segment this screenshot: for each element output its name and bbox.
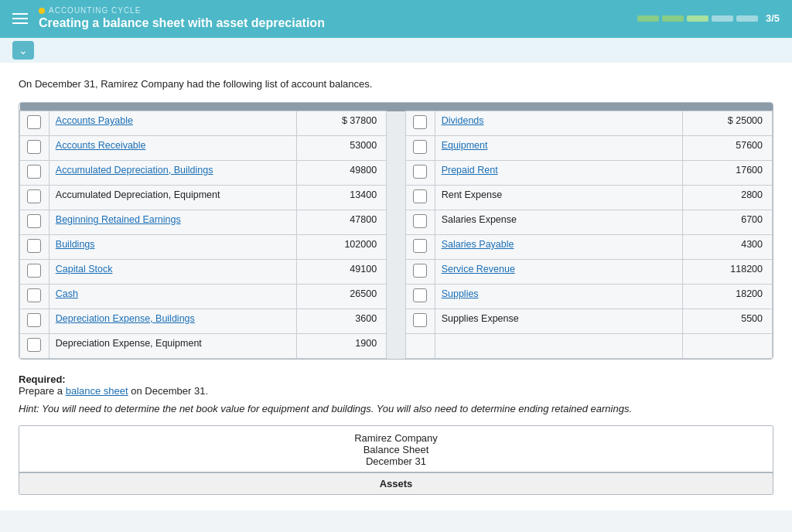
left-account-name[interactable]: Depreciation Expense, Buildings — [49, 309, 296, 334]
right-account-amount — [682, 334, 772, 359]
cycle-label-text: ACCOUNTING CYCLE — [49, 6, 141, 15]
account-link[interactable]: Accounts Receivable — [56, 140, 146, 151]
left-checkbox-cell[interactable] — [20, 309, 50, 334]
right-account-name[interactable]: Salaries Payable — [435, 235, 682, 260]
main-content: On December 31, Ramirez Company had the … — [0, 63, 792, 510]
left-account-amount: 1900 — [296, 334, 386, 359]
header-title-block: ACCOUNTING CYCLE Creating a balance shee… — [39, 6, 325, 30]
right-account-name: Supplies Expense — [435, 309, 682, 334]
progress-seg-2 — [662, 15, 684, 22]
left-checkbox-cell[interactable] — [20, 285, 50, 309]
right-account-name[interactable]: Supplies — [435, 285, 682, 309]
right-account-amount: $ 25000 — [682, 111, 772, 136]
left-account-amount: $ 37800 — [296, 111, 386, 136]
left-account-name[interactable]: Accounts Payable — [49, 111, 296, 136]
progress-seg-4 — [712, 15, 733, 22]
left-account-amount: 13400 — [296, 186, 386, 210]
col-separator — [387, 111, 406, 136]
account-link[interactable]: Accumulated Depreciation, Buildings — [56, 165, 213, 176]
left-account-name[interactable]: Capital Stock — [49, 260, 296, 285]
left-account-name[interactable]: Accumulated Depreciation, Buildings — [49, 161, 296, 186]
right-account-name[interactable]: Dividends — [435, 111, 682, 136]
col-separator — [387, 260, 406, 285]
right-checkbox-cell[interactable] — [405, 235, 435, 260]
left-checkbox-cell[interactable] — [20, 136, 50, 161]
right-account-name[interactable]: Equipment — [435, 136, 682, 161]
progress-area: 3/5 — [637, 12, 780, 24]
table-row: Capital Stock49100Service Revenue118200 — [20, 260, 773, 285]
right-account-name[interactable]: Prepaid Rent — [435, 161, 682, 186]
right-account-name: Salaries Expense — [435, 210, 682, 235]
right-account-amount: 18200 — [682, 285, 772, 309]
progress-seg-5 — [736, 15, 758, 22]
left-account-amount: 3600 — [296, 309, 386, 334]
chevron-bar: ⌄ — [0, 38, 792, 63]
left-account-amount: 102000 — [296, 235, 386, 260]
account-link[interactable]: Accounts Payable — [56, 115, 133, 126]
account-link[interactable]: Service Revenue — [442, 264, 515, 275]
left-account-amount: 26500 — [296, 285, 386, 309]
bs-title: Balance Sheet — [22, 444, 770, 455]
account-link[interactable]: Cash — [56, 288, 78, 299]
right-checkbox-cell[interactable] — [405, 210, 435, 235]
progress-segments — [637, 15, 758, 22]
table-row: Cash26500Supplies18200 — [20, 285, 773, 309]
account-link[interactable]: Beginning Retained Earnings — [56, 214, 181, 225]
table-row: Accounts Payable$ 37800Dividends$ 25000 — [20, 111, 773, 136]
col-separator — [387, 235, 406, 260]
right-checkbox-cell[interactable] — [405, 260, 435, 285]
right-checkbox-cell[interactable] — [405, 186, 435, 210]
account-link[interactable]: Salaries Payable — [442, 239, 514, 250]
hint-text: Hint: You will need to determine the net… — [19, 403, 773, 414]
required-text: Prepare a balance sheet on December 31. — [19, 385, 773, 397]
right-account-name[interactable]: Service Revenue — [435, 260, 682, 285]
intro-text: On December 31, Ramirez Company had the … — [19, 78, 773, 90]
left-account-name[interactable]: Accounts Receivable — [49, 136, 296, 161]
account-link[interactable]: Equipment — [442, 140, 488, 151]
account-link[interactable]: Capital Stock — [56, 264, 113, 275]
left-checkbox-cell[interactable] — [20, 161, 50, 186]
right-checkbox-cell[interactable] — [405, 111, 435, 136]
left-account-amount: 49800 — [296, 161, 386, 186]
left-account-amount: 53000 — [296, 136, 386, 161]
left-checkbox-cell[interactable] — [20, 210, 50, 235]
right-account-amount: 57600 — [682, 136, 772, 161]
right-checkbox-cell[interactable] — [405, 285, 435, 309]
left-checkbox-cell[interactable] — [20, 111, 50, 136]
table-row: Depreciation Expense, Buildings3600Suppl… — [20, 309, 773, 334]
left-checkbox-cell[interactable] — [20, 260, 50, 285]
left-account-name[interactable]: Cash — [49, 285, 296, 309]
right-account-name: Rent Expense — [435, 186, 682, 210]
left-checkbox-cell[interactable] — [20, 334, 50, 359]
right-checkbox-cell[interactable] — [405, 136, 435, 161]
right-account-amount: 6700 — [682, 210, 772, 235]
required-section: Required: Prepare a balance sheet on Dec… — [19, 373, 773, 414]
hamburger-menu[interactable] — [12, 13, 28, 24]
progress-seg-1 — [637, 15, 659, 22]
col-separator — [387, 309, 406, 334]
required-text-before: Prepare a — [19, 385, 66, 397]
right-account-amount: 4300 — [682, 235, 772, 260]
chevron-button[interactable]: ⌄ — [12, 41, 34, 60]
col-separator — [387, 210, 406, 235]
right-account-name — [435, 334, 682, 359]
account-link[interactable]: Buildings — [56, 239, 95, 250]
cycle-label: ACCOUNTING CYCLE — [39, 6, 325, 15]
bs-company: Ramirez Company — [22, 432, 770, 444]
col-separator — [387, 161, 406, 186]
bs-assets-header: Assets — [19, 472, 773, 494]
account-link[interactable]: Supplies — [442, 288, 479, 299]
account-link[interactable]: Dividends — [442, 115, 484, 126]
left-checkbox-cell[interactable] — [20, 186, 50, 210]
account-link[interactable]: Prepaid Rent — [442, 165, 498, 176]
required-label: Required: — [19, 373, 66, 385]
account-link[interactable]: Depreciation Expense, Buildings — [56, 313, 195, 324]
balance-sheet-link[interactable]: balance sheet — [66, 385, 128, 397]
left-account-name[interactable]: Beginning Retained Earnings — [49, 210, 296, 235]
left-account-name[interactable]: Buildings — [49, 235, 296, 260]
right-checkbox-cell[interactable] — [405, 161, 435, 186]
left-checkbox-cell[interactable] — [20, 235, 50, 260]
right-checkbox-cell[interactable] — [405, 334, 435, 359]
main-title: Creating a balance sheet with asset depr… — [39, 16, 325, 30]
right-checkbox-cell[interactable] — [405, 309, 435, 334]
